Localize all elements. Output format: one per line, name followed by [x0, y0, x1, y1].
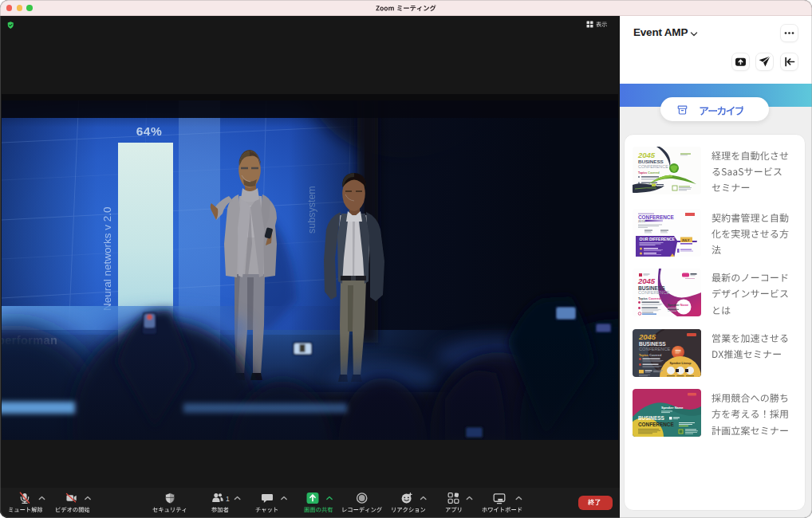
svg-text:Speaker Name: Speaker Name [661, 406, 684, 410]
svg-text:1: 1 [226, 495, 230, 503]
svg-text:Topics Covered: Topics Covered [638, 171, 660, 175]
svg-text:BUSINESS: BUSINESS [638, 159, 664, 164]
svg-text:Neural networks v 2.0: Neural networks v 2.0 [101, 206, 113, 311]
svg-text:Speaker Lineup: Speaker Lineup [669, 362, 692, 365]
svg-text:2045: 2045 [638, 332, 656, 341]
svg-text:CONFERENCE: CONFERENCE [638, 290, 669, 295]
svg-text:2018: 2018 [638, 219, 646, 223]
svg-text:64%: 64% [136, 124, 163, 138]
svg-text:OUR DIFFERENCE: OUR DIFFERENCE [639, 237, 675, 241]
svg-text:Topics Covered: Topics Covered [638, 297, 661, 300]
svg-text:CONFERENCE: CONFERENCE [638, 422, 674, 427]
svg-text:Topics Covered: Topics Covered [639, 353, 662, 356]
svg-text:BUSINESS: BUSINESS [639, 340, 666, 346]
svg-text:BUSINESS: BUSINESS [638, 415, 664, 421]
svg-text:CONFERENCE: CONFERENCE [638, 164, 668, 169]
svg-text:JULY: JULY [681, 237, 689, 241]
svg-text:2045: 2045 [637, 277, 656, 285]
svg-text:Speaker Name: Speaker Name [668, 304, 688, 307]
svg-text:CONFERENCE: CONFERENCE [639, 346, 670, 351]
